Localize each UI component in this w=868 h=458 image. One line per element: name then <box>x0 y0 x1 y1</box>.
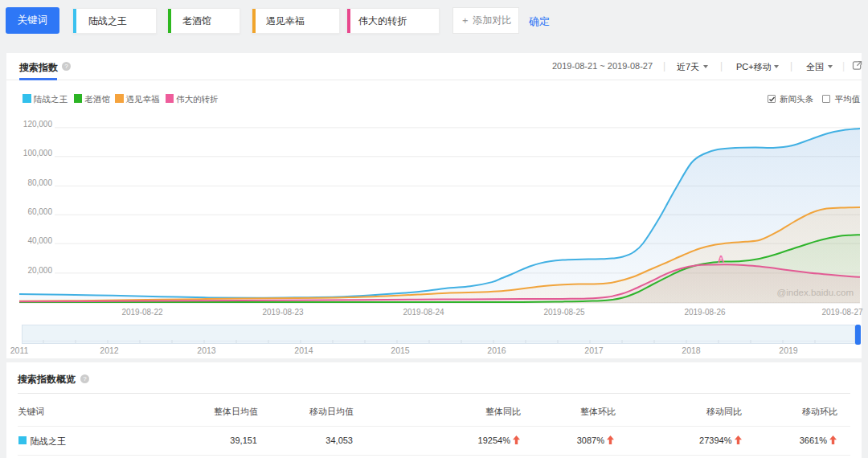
svg-text:A: A <box>718 254 725 265</box>
